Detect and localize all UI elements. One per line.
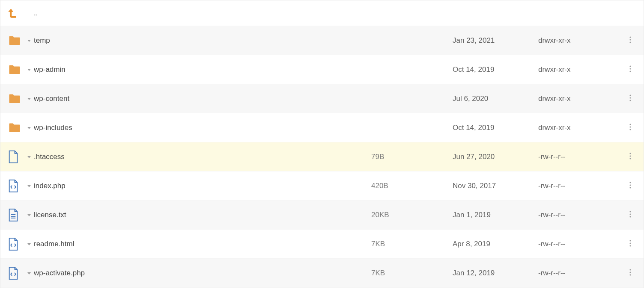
kebab-menu-icon[interactable] xyxy=(624,91,636,106)
svg-point-1 xyxy=(629,39,631,40)
file-row[interactable]: wp-contentJul 6, 2020drwxr-xr-x xyxy=(0,84,644,113)
svg-point-8 xyxy=(629,100,631,101)
file-name[interactable]: readme.html xyxy=(32,240,371,248)
file-permissions: drwxr-xr-x xyxy=(538,94,624,103)
file-date: Apr 8, 2019 xyxy=(453,240,538,248)
svg-point-24 xyxy=(629,240,631,241)
svg-point-6 xyxy=(629,94,631,96)
file-row[interactable]: wp-includesOct 14, 2019drwxr-xr-x xyxy=(0,113,644,142)
file-name[interactable]: wp-includes xyxy=(32,124,371,132)
svg-point-12 xyxy=(629,153,631,154)
folder-icon xyxy=(7,121,22,134)
caret-down-icon[interactable] xyxy=(26,38,32,43)
file-date: Nov 30, 2017 xyxy=(453,182,538,190)
file-name[interactable]: wp-activate.php xyxy=(32,269,371,277)
file-name[interactable]: index.php xyxy=(32,182,371,190)
file-size: 7KB xyxy=(371,240,453,248)
file-row[interactable]: wp-adminOct 14, 2019drwxr-xr-x xyxy=(0,55,644,84)
svg-point-5 xyxy=(629,71,631,72)
file-icon xyxy=(7,150,19,164)
folder-icon xyxy=(7,34,22,47)
svg-point-17 xyxy=(629,187,631,188)
kebab-menu-icon[interactable] xyxy=(624,237,636,251)
file-code-icon xyxy=(7,266,19,280)
parent-row[interactable]: .. xyxy=(0,0,644,26)
svg-point-9 xyxy=(629,124,631,125)
kebab-menu-icon[interactable] xyxy=(624,121,636,135)
svg-point-7 xyxy=(629,97,631,98)
svg-point-28 xyxy=(629,271,631,273)
caret-down-icon[interactable] xyxy=(26,271,32,275)
svg-point-13 xyxy=(629,155,631,156)
svg-point-15 xyxy=(629,182,631,183)
file-date: Jan 12, 2019 xyxy=(453,269,538,277)
file-date: Oct 14, 2019 xyxy=(453,124,538,132)
up-arrow-icon xyxy=(7,7,18,20)
svg-point-29 xyxy=(629,274,631,275)
svg-point-11 xyxy=(629,129,631,130)
svg-point-21 xyxy=(629,211,631,212)
kebab-menu-icon[interactable] xyxy=(624,179,636,193)
file-row[interactable]: tempJan 23, 2021drwxr-xr-x xyxy=(0,26,644,55)
caret-down-icon[interactable] xyxy=(26,155,32,159)
caret-down-icon[interactable] xyxy=(26,68,32,72)
file-code-icon xyxy=(7,179,19,193)
svg-point-2 xyxy=(629,41,631,43)
file-name[interactable]: temp xyxy=(32,36,371,45)
caret-down-icon[interactable] xyxy=(26,242,32,246)
file-date: Jan 23, 2021 xyxy=(453,36,538,45)
kebab-menu-icon[interactable] xyxy=(624,266,636,280)
folder-icon xyxy=(7,63,22,76)
svg-point-25 xyxy=(629,242,631,244)
file-permissions: drwxr-xr-x xyxy=(538,124,624,132)
file-permissions: -rw-r--r-- xyxy=(538,269,624,277)
file-permissions: -rw-r--r-- xyxy=(538,182,624,190)
parent-label: .. xyxy=(32,9,371,18)
file-code-icon xyxy=(7,237,19,251)
file-date: Jun 27, 2020 xyxy=(453,153,538,161)
file-permissions: -rw-r--r-- xyxy=(538,211,624,219)
svg-point-27 xyxy=(629,269,631,270)
file-name[interactable]: .htaccess xyxy=(32,153,371,161)
file-size: 420B xyxy=(371,182,453,190)
svg-point-26 xyxy=(629,245,631,246)
svg-point-4 xyxy=(629,68,631,69)
caret-down-icon[interactable] xyxy=(26,184,32,188)
folder-icon xyxy=(7,92,22,105)
svg-point-16 xyxy=(629,184,631,186)
caret-down-icon[interactable] xyxy=(26,126,32,130)
file-text-icon xyxy=(7,208,19,222)
file-size: 7KB xyxy=(371,269,453,277)
file-name[interactable]: wp-admin xyxy=(32,65,371,74)
file-date: Jul 6, 2020 xyxy=(453,94,538,103)
file-row[interactable]: .htaccess79BJun 27, 2020-rw-r--r-- xyxy=(0,142,644,171)
kebab-menu-icon[interactable] xyxy=(624,208,636,222)
caret-down-icon[interactable] xyxy=(26,97,32,101)
kebab-menu-icon[interactable] xyxy=(624,150,636,164)
file-permissions: drwxr-xr-x xyxy=(538,65,624,74)
kebab-menu-icon[interactable] xyxy=(624,62,636,77)
file-permissions: -rw-r--r-- xyxy=(538,240,624,248)
file-date: Oct 14, 2019 xyxy=(453,65,538,74)
file-row[interactable]: readme.html7KBApr 8, 2019-rw-r--r-- xyxy=(0,230,644,259)
svg-point-22 xyxy=(629,213,631,215)
file-size: 20KB xyxy=(371,211,453,219)
file-list: .. tempJan 23, 2021drwxr-xr-x wp-adminOc… xyxy=(0,0,644,288)
svg-point-3 xyxy=(629,65,631,67)
kebab-menu-icon[interactable] xyxy=(624,33,636,48)
file-permissions: -rw-r--r-- xyxy=(538,153,624,161)
svg-point-14 xyxy=(629,158,631,159)
file-row[interactable]: license.txt20KBJan 1, 2019-rw-r--r-- xyxy=(0,201,644,230)
caret-down-icon[interactable] xyxy=(26,213,32,217)
file-permissions: drwxr-xr-x xyxy=(538,36,624,45)
file-name[interactable]: license.txt xyxy=(32,211,371,219)
svg-point-23 xyxy=(629,216,631,217)
file-name[interactable]: wp-content xyxy=(32,94,371,103)
svg-point-0 xyxy=(629,36,631,38)
file-size: 79B xyxy=(371,153,453,161)
file-row[interactable]: wp-activate.php7KBJan 12, 2019-rw-r--r-- xyxy=(0,259,644,288)
file-date: Jan 1, 2019 xyxy=(453,211,538,219)
svg-point-10 xyxy=(629,126,631,127)
file-row[interactable]: index.php420BNov 30, 2017-rw-r--r-- xyxy=(0,171,644,201)
